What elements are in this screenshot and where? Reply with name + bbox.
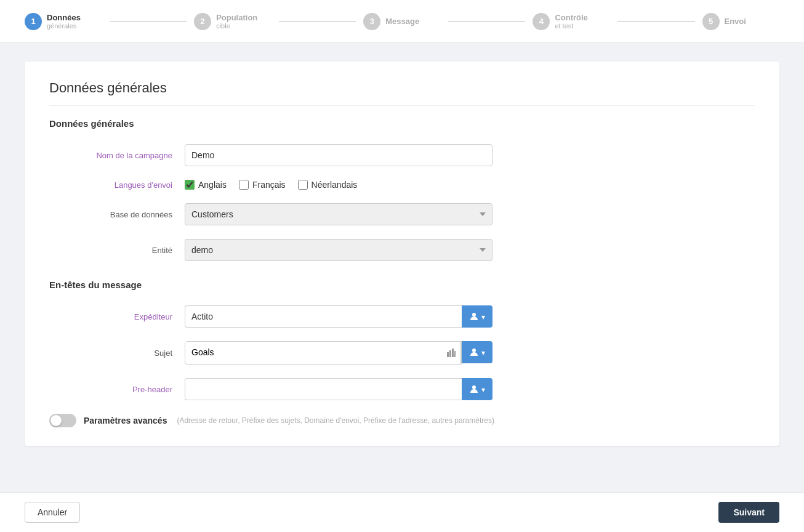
subject-btn-chevron bbox=[481, 348, 485, 357]
lang-fr-label: Français bbox=[252, 180, 286, 190]
sender-input[interactable] bbox=[185, 305, 462, 328]
subject-input-group bbox=[185, 341, 492, 365]
lang-fr-item[interactable]: Français bbox=[239, 180, 286, 190]
connector-1-2 bbox=[110, 21, 187, 22]
step-5-circle: 5 bbox=[702, 13, 720, 30]
step-4-circle: 4 bbox=[533, 13, 550, 30]
database-row: Base de données Customers bbox=[49, 203, 755, 225]
connector-3-4 bbox=[448, 21, 526, 22]
preheader-input[interactable] bbox=[185, 378, 462, 400]
languages-row: Langues d'envoi Anglais Français Néerlan… bbox=[49, 180, 755, 190]
sender-label: Expéditeur bbox=[49, 312, 185, 321]
campaign-name-input[interactable] bbox=[185, 144, 492, 166]
svg-rect-2 bbox=[449, 350, 451, 357]
connector-4-5 bbox=[617, 21, 695, 22]
sender-input-group bbox=[185, 305, 492, 328]
preheader-btn-chevron bbox=[481, 385, 485, 394]
step-5-label: Envoi bbox=[725, 17, 746, 26]
advanced-toggle-row: Paramètres avancés (Adresse de retour, P… bbox=[49, 414, 755, 427]
subject-personalize-button[interactable] bbox=[462, 341, 492, 363]
entity-row: Entité demo bbox=[49, 239, 755, 261]
campaign-name-row: Nom de la campagne bbox=[49, 144, 755, 166]
lang-nl-item[interactable]: Néerlandais bbox=[298, 180, 358, 190]
languages-group: Anglais Français Néerlandais bbox=[185, 180, 357, 190]
advanced-toggle[interactable] bbox=[49, 414, 76, 427]
step-5: 5 Envoi bbox=[702, 13, 780, 30]
subject-input[interactable] bbox=[185, 342, 442, 363]
person-icon bbox=[469, 348, 479, 357]
step-2-title: Population bbox=[216, 13, 257, 22]
step-1-title: Données bbox=[47, 13, 81, 22]
step-1-sub: générales bbox=[47, 22, 81, 30]
svg-point-0 bbox=[472, 313, 476, 316]
lang-nl-label: Néerlandais bbox=[312, 180, 358, 190]
toggle-slider bbox=[49, 414, 76, 427]
step-5-title: Envoi bbox=[725, 17, 746, 26]
person-icon bbox=[469, 385, 479, 393]
svg-rect-4 bbox=[454, 351, 456, 357]
svg-rect-1 bbox=[447, 352, 449, 357]
preheader-personalize-button[interactable] bbox=[462, 378, 492, 400]
sender-personalize-button[interactable] bbox=[462, 305, 492, 328]
step-2: 2 Population cible bbox=[194, 13, 271, 30]
step-3-circle: 3 bbox=[363, 13, 380, 30]
database-select[interactable]: Customers bbox=[185, 203, 492, 225]
subject-row: Sujet bbox=[49, 341, 755, 365]
svg-point-6 bbox=[472, 385, 476, 389]
step-4: 4 Contrôle et test bbox=[533, 13, 610, 30]
preheader-label: Pre-header bbox=[49, 385, 185, 394]
languages-label: Langues d'envoi bbox=[49, 180, 185, 190]
step-3-label: Message bbox=[385, 17, 419, 26]
stepper: 1 Données générales 2 Population cible 3… bbox=[0, 0, 804, 43]
sender-btn-chevron bbox=[481, 312, 485, 321]
step-2-sub: cible bbox=[216, 22, 257, 30]
step-4-sub: et test bbox=[555, 22, 587, 30]
footer: Annuler Suivant bbox=[0, 492, 804, 532]
step-2-circle: 2 bbox=[194, 13, 211, 30]
section2-title: En-têtes du message bbox=[49, 280, 755, 290]
svg-rect-3 bbox=[452, 349, 454, 357]
form-card: Données générales Données générales Nom … bbox=[25, 62, 779, 446]
entity-select[interactable]: demo bbox=[185, 239, 492, 261]
step-4-title: Contrôle bbox=[555, 13, 587, 22]
step-1: 1 Données générales bbox=[25, 13, 102, 30]
cancel-button[interactable]: Annuler bbox=[25, 502, 80, 523]
step-3-title: Message bbox=[385, 17, 419, 26]
connector-2-3 bbox=[279, 21, 356, 22]
advanced-sub: (Adresse de retour, Préfixe des sujets, … bbox=[177, 416, 494, 425]
main-content: Données générales Données générales Nom … bbox=[0, 43, 804, 492]
database-label: Base de données bbox=[49, 210, 185, 219]
svg-point-5 bbox=[472, 349, 476, 352]
preheader-input-group bbox=[185, 378, 492, 400]
sender-row: Expéditeur bbox=[49, 305, 755, 328]
person-icon bbox=[469, 312, 479, 321]
entity-label: Entité bbox=[49, 246, 185, 255]
step-3: 3 Message bbox=[363, 13, 441, 30]
section1-title: Données générales bbox=[49, 118, 755, 129]
advanced-label: Paramètres avancés bbox=[84, 416, 167, 425]
bar-chart-icon bbox=[447, 349, 456, 357]
subject-bar-icon-button[interactable] bbox=[442, 342, 461, 364]
preheader-row: Pre-header bbox=[49, 378, 755, 400]
card-title: Données générales bbox=[49, 80, 755, 106]
campaign-name-label: Nom de la campagne bbox=[49, 151, 185, 160]
subject-label: Sujet bbox=[49, 349, 185, 358]
lang-nl-checkbox[interactable] bbox=[298, 180, 308, 190]
lang-en-label: Anglais bbox=[198, 180, 227, 190]
step-4-label: Contrôle et test bbox=[555, 13, 587, 30]
step-1-circle: 1 bbox=[25, 13, 42, 30]
next-button[interactable]: Suivant bbox=[718, 502, 779, 523]
step-1-label: Données générales bbox=[47, 13, 81, 30]
subject-input-inner bbox=[185, 341, 462, 365]
lang-en-item[interactable]: Anglais bbox=[185, 180, 227, 190]
lang-fr-checkbox[interactable] bbox=[239, 180, 249, 190]
lang-en-checkbox[interactable] bbox=[185, 180, 195, 190]
step-2-label: Population cible bbox=[216, 13, 257, 30]
